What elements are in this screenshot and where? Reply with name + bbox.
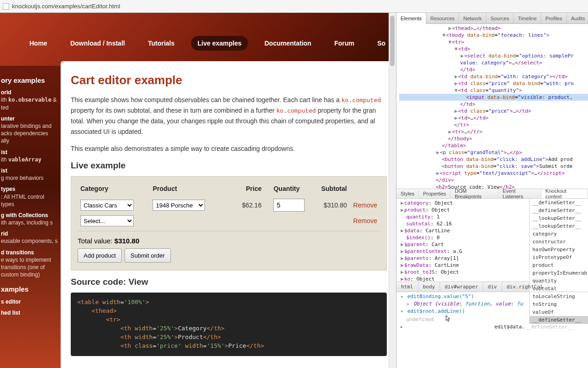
inline-code: ko.computed <box>341 97 381 104</box>
sidebar-item-desc: eusable components, s <box>1 237 58 245</box>
page-icon <box>3 3 9 10</box>
sidebar-item-title: ist <box>1 149 58 156</box>
nav-forum[interactable]: Forum <box>328 36 361 51</box>
add-product-button[interactable]: Add product <box>78 248 122 263</box>
subtab-knockout-context[interactable]: Knockout context <box>541 189 588 198</box>
tab-resources[interactable]: Resources <box>426 13 459 23</box>
sidebar-item-desc: ith vableArray <box>1 156 58 163</box>
col-quantity: Quantity <box>264 183 307 197</box>
nav-live-examples[interactable]: Live examples <box>191 36 248 51</box>
devtools-panel: Elements Resources Network Sources Timel… <box>396 13 588 368</box>
breadcrumb-path: html body div#wrapper div div.rightCol <box>396 282 529 292</box>
sidebar-item-desc: g more behaviors <box>1 174 58 182</box>
sidebar-item-title: ist <box>1 167 58 174</box>
col-price: Price <box>222 183 265 197</box>
sidebar-item-desc: ith ko.observable & ted <box>1 96 58 111</box>
sidebar-item-title: s editor <box>1 298 58 305</box>
nav-download[interactable]: Download / Install <box>64 36 131 51</box>
tab-audits[interactable]: Audits <box>567 13 588 23</box>
sidebar-item[interactable]: rideusable components, s <box>0 228 61 247</box>
source-view-heading: Source code: View <box>71 277 387 287</box>
browser-url-bar: knockoutjs.com/examples/cartEditor.html <box>0 0 588 13</box>
subtab-event-listeners[interactable]: Event Listeners <box>498 189 541 198</box>
cart-total: Total value: $310.80 <box>78 231 380 245</box>
inline-code: ko.computed <box>276 107 316 114</box>
sidebar-item[interactable]: istg more behaviors <box>0 165 61 184</box>
col-subtotal: Subtotal <box>307 183 350 197</box>
live-example-heading: Live example <box>71 161 387 171</box>
sidebar: ory examples orldith ko.observable & ted… <box>0 66 61 368</box>
crumb[interactable]: body <box>418 282 441 292</box>
knockout-context-panel: ▶category: Object▶product: Object quanti… <box>396 199 588 368</box>
tab-timeline[interactable]: Timeline <box>514 13 541 23</box>
page-scrollbar[interactable] <box>389 13 396 368</box>
quantity-input[interactable] <box>273 199 305 212</box>
sidebar-heading: ory examples <box>0 71 61 87</box>
subtab-properties[interactable]: Properties <box>419 189 451 198</box>
sidebar-item[interactable]: istith vableArray <box>0 147 61 165</box>
devtools-subtabs: Styles Properties DOM Breakpoints Event … <box>396 189 588 199</box>
sidebar-item-title: orld <box>1 89 58 96</box>
sidebar-item-title: rid <box>1 230 58 237</box>
sidebar-item-title: unter <box>1 115 58 122</box>
cart-editor: Category Product Price Quantity Subtotal… <box>71 176 387 270</box>
col-category: Category <box>78 183 150 197</box>
page-title: Cart editor example <box>71 73 387 87</box>
sidebar-item[interactable]: hed list <box>0 307 61 318</box>
category-select[interactable]: Select... <box>80 215 134 226</box>
sidebar-item[interactable]: d transitionse ways to implement transit… <box>0 247 61 281</box>
crumb[interactable]: html <box>396 282 418 292</box>
sidebar-item-desc: ith arrays, including s <box>1 219 58 226</box>
nav-home[interactable]: Home <box>23 36 54 51</box>
subtotal-cell: $310.80 <box>307 197 350 213</box>
devtools-tabs: Elements Resources Network Sources Timel… <box>396 13 588 24</box>
intro-paragraph: This example shows how computed observab… <box>71 95 387 137</box>
intro-paragraph-2: This example also demonstrates a simple … <box>71 144 387 154</box>
submit-order-button[interactable]: Submit order <box>124 248 170 263</box>
price-cell: $62.16 <box>222 197 265 213</box>
subtab-styles[interactable]: Styles <box>396 189 419 198</box>
page-viewport: Home Download / Install Tutorials Live e… <box>0 13 396 368</box>
dom-tree[interactable]: ▶<thead>…</thead> ▼<tbody data-bind="for… <box>396 24 588 189</box>
code-block: <table width='100%'> <thead> <tr> <th wi… <box>71 293 387 356</box>
page-header: Home Download / Install Tutorials Live e… <box>0 13 396 66</box>
crumb[interactable]: div <box>483 282 502 292</box>
sidebar-item-title: d transitions <box>1 249 58 256</box>
sidebar-item[interactable]: g with Collectionsith arrays, including … <box>0 210 61 228</box>
sidebar-item[interactable]: types: All HTML control types <box>0 184 61 210</box>
sidebar-item[interactable]: unterlarative bindings and acks dependen… <box>0 113 61 147</box>
sidebar-item-desc: e ways to implement transitions (one of … <box>1 256 58 279</box>
tab-profiles[interactable]: Profiles <box>541 13 567 23</box>
crumb[interactable]: div#wrapper <box>440 282 483 292</box>
sidebar-item-title: types <box>1 185 58 193</box>
sidebar-heading: xamples <box>0 280 61 296</box>
nav-documentation[interactable]: Documentation <box>258 36 318 51</box>
product-select[interactable]: 1948 Porsche <box>153 200 205 211</box>
sidebar-item-title: hed list <box>1 309 58 316</box>
nav-tutorials[interactable]: Tutorials <box>141 36 181 51</box>
sidebar-item[interactable]: orldith ko.observable & ted <box>0 87 61 113</box>
content-panel: Cart editor example This example shows h… <box>61 61 396 368</box>
cart-row: Classic Cars 1948 Porsche $62.16 $310.80… <box>78 197 380 213</box>
cart-row: Select... Remove <box>78 213 380 228</box>
tab-sources[interactable]: Sources <box>486 13 514 23</box>
devtools-console[interactable]: ▸ editBinding.value("5") ▸ Object {visib… <box>396 292 588 331</box>
mouse-cursor-icon <box>446 315 451 322</box>
sidebar-item[interactable]: s editor <box>0 296 61 307</box>
url-text[interactable]: knockoutjs.com/examples/cartEditor.html <box>12 3 120 10</box>
sidebar-item-desc: : All HTML control types <box>1 193 58 208</box>
remove-link[interactable]: Remove <box>353 217 377 224</box>
main-nav: Home Download / Install Tutorials Live e… <box>23 36 392 51</box>
remove-link[interactable]: Remove <box>353 201 377 209</box>
col-product: Product <box>150 183 222 197</box>
crumb[interactable]: div.rightCol <box>502 282 548 292</box>
tab-elements[interactable]: Elements <box>396 13 426 24</box>
subtab-dom-breakpoints[interactable]: DOM Breakpoints <box>451 189 498 198</box>
category-select[interactable]: Classic Cars <box>80 200 134 211</box>
sidebar-item-title: g with Collections <box>1 212 58 219</box>
tab-network[interactable]: Network <box>459 13 486 23</box>
sidebar-item-desc: larative bindings and acks dependencies … <box>1 122 58 145</box>
